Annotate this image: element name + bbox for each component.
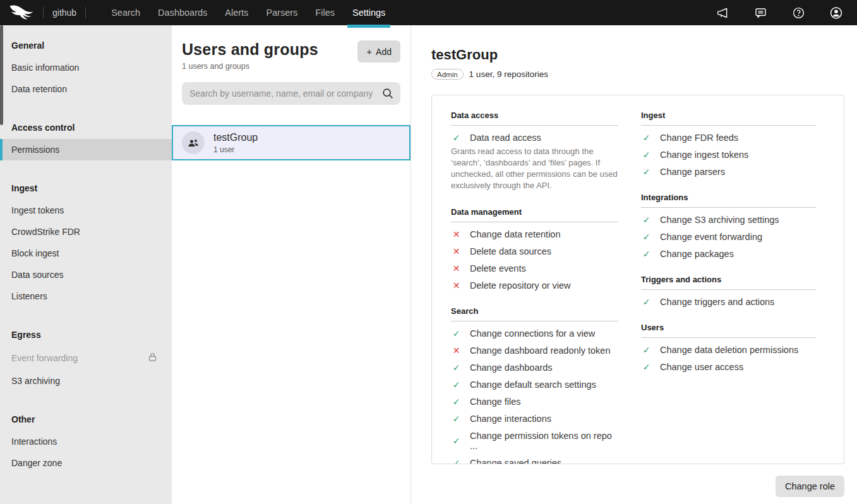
check-icon: ✓ [641,150,652,160]
sidebar-item-basic-information[interactable]: Basic information [0,57,172,78]
permission-section-title: Data access [451,111,618,126]
account-icon[interactable] [829,6,843,20]
sidebar-item-permissions[interactable]: Permissions [0,139,172,160]
group-list-item[interactable]: testGroup1 user [172,125,411,160]
sidebar-item-label: Ingest tokens [11,205,64,215]
sidebar-item-label: Interactions [11,436,57,447]
add-button[interactable]: + Add [357,40,400,63]
permission-label: Change ingest tokens [660,150,748,160]
tab-search[interactable]: Search [102,0,149,25]
permission-section-users: Users✓Change data deletion permissions✓C… [641,323,816,372]
sidebar-item-ingest-tokens[interactable]: Ingest tokens [0,200,172,221]
sidebar-item-crowdstrike-fdr[interactable]: CrowdStrike FDR [0,221,172,243]
group-user-count: 1 user [213,145,258,154]
check-icon: ✓ [451,380,462,390]
permission-item: ✓Change packages [641,249,816,259]
perm-col-right: Ingest✓Change FDR feeds✓Change ingest to… [641,111,816,448]
page-subtitle: 1 users and groups [182,62,318,71]
crowdstrike-falcon-logo-icon[interactable] [9,4,34,21]
sidebar-item-event-forwarding[interactable]: Event forwarding [0,346,172,370]
group-list: testGroup1 user [172,125,411,160]
permission-section-title: Integrations [641,193,816,208]
permission-section-data-access: Data access✓Data read accessGrants read … [451,111,618,191]
permission-item: ✓Change triggers and actions [641,297,816,307]
permission-section-title: Data management [451,207,618,222]
check-icon: ✓ [451,414,462,424]
group-detail-panel: testGroup Admin 1 user, 9 repositories D… [411,25,857,504]
topbar-nav: SearchDashboardsAlertsParsersFilesSettin… [102,0,394,25]
role-badge: Admin [431,69,464,80]
tab-alerts[interactable]: Alerts [216,0,257,25]
permission-section-title: Users [641,323,816,338]
permission-section-data-management: Data management✕Change data retention✕De… [451,207,618,291]
topbar-divider [85,7,86,18]
search-input[interactable] [182,82,400,105]
permission-item: ✕Change dashboard readonly token [451,345,618,356]
sidebar-item-label: Event forwarding [11,353,78,363]
permission-label: Change data deletion permissions [660,345,798,355]
plus-icon: + [366,46,372,57]
help-icon[interactable] [791,6,805,20]
permission-item: ✕Delete repository or view [451,280,618,291]
check-icon: ✓ [641,345,652,355]
permission-section-triggers-and-actions: Triggers and actions✓Change triggers and… [641,275,816,307]
tab-settings[interactable]: Settings [344,0,394,25]
sidebar-item-data-retention[interactable]: Data retention [0,78,172,100]
tab-parsers[interactable]: Parsers [257,0,306,25]
group-item-text: testGroup1 user [213,132,258,154]
permission-label: Change interactions [470,414,551,424]
sidebar-section-title: Egress [0,323,172,346]
sidebar-section-access-control: Access controlPermissions [0,116,172,177]
check-icon: ✓ [641,167,652,177]
sidebar-item-interactions[interactable]: Interactions [0,431,172,452]
cross-icon: ✕ [451,229,462,239]
check-icon: ✓ [641,362,652,372]
permission-label: Delete data sources [470,246,551,256]
cross-icon: ✕ [451,280,462,291]
check-icon: ✓ [451,436,462,446]
sidebar-item-label: Data sources [11,270,63,280]
tab-dashboards[interactable]: Dashboards [149,0,216,25]
permission-item: ✓Change ingest tokens [641,150,816,160]
permission-item: ✓Change FDR feeds [641,133,816,143]
tab-files[interactable]: Files [306,0,344,25]
permission-item: ✓Change data deletion permissions [641,345,816,355]
change-role-button[interactable]: Change role [776,476,844,497]
sidebar-section-ingest: IngestIngest tokensCrowdStrike FDRBlock … [0,177,172,323]
sidebar-item-data-sources[interactable]: Data sources [0,264,172,285]
permission-section-title: Ingest [641,111,816,126]
sidebar-item-label: Permissions [11,145,59,155]
permission-section-integrations: Integrations✓Change S3 archiving setting… [641,193,816,259]
permission-label: Change files [470,397,521,407]
permissions-card: Data access✓Data read accessGrants read … [431,95,844,464]
sidebar-section-general: GeneralBasic informationData retention [0,34,172,116]
permission-item: ✓Change dashboards [451,363,618,373]
permission-label: Change triggers and actions [660,297,774,307]
permission-label: Change event forwarding [660,232,762,242]
permission-label: Change default search settings [470,380,596,390]
permission-item: ✕Change data retention [451,229,618,239]
sidebar-item-block-ingest[interactable]: Block ingest [0,243,172,264]
sidebar-item-s3-archiving[interactable]: S3 archiving [0,370,172,392]
users-groups-panel: Users and groups 1 users and groups + Ad… [172,25,411,504]
permission-label: Change connections for a view [470,328,595,339]
sidebar-item-listeners[interactable]: Listeners [0,285,172,307]
permission-item: ✓Change default search settings [451,380,618,390]
permission-item: ✓Change parsers [641,167,816,177]
announcements-icon[interactable] [716,6,729,20]
topbar-actions [716,6,857,20]
permission-item: ✓Change interactions [451,414,618,424]
check-icon: ✓ [451,363,462,373]
feedback-icon[interactable] [753,6,767,20]
sidebar-item-label: CrowdStrike FDR [11,227,80,237]
permission-label: Delete events [470,263,526,273]
sidebar-scrollbar[interactable] [0,25,3,125]
repo-name[interactable]: github [52,8,76,18]
permission-item: ✓Change event forwarding [641,232,816,242]
topbar: github SearchDashboardsAlertsParsersFile… [0,0,857,25]
lock-icon [147,352,158,364]
permission-section-search: Search✓Change connections for a view✕Cha… [451,306,618,464]
sidebar-section-title: Access control [0,116,172,139]
check-icon: ✓ [451,397,462,407]
sidebar-item-danger-zone[interactable]: Danger zone [0,452,172,474]
